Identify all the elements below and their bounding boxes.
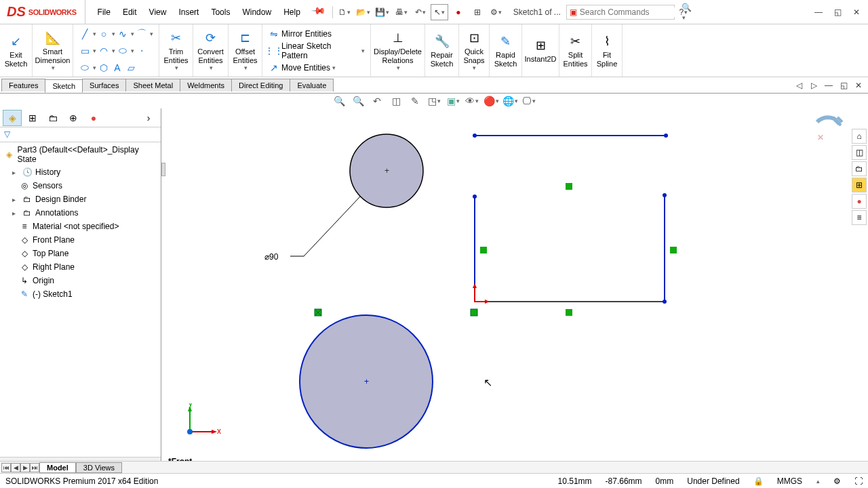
relation-horizontal[interactable] bbox=[566, 309, 572, 316]
restore-button[interactable]: ◱ bbox=[829, 4, 846, 20]
help-button[interactable]: ?▾ bbox=[675, 4, 692, 20]
relation-coincident[interactable] bbox=[471, 309, 477, 316]
tree-sensors[interactable]: ◎Sensors bbox=[1, 179, 159, 192]
tree-top-plane[interactable]: ◇Top Plane bbox=[1, 247, 159, 260]
menu-edit[interactable]: Edit bbox=[117, 5, 142, 20]
zoom-fit-button[interactable]: 🔍 bbox=[330, 94, 348, 108]
menu-view[interactable]: View bbox=[144, 5, 172, 20]
mirror-entities-button[interactable]: ⇋Mirror Entities bbox=[265, 26, 368, 42]
smart-dimension-button[interactable]: 📐 Smart Dimension ▾ bbox=[33, 24, 73, 77]
tree-sketch1[interactable]: ✎(-) Sketch1 bbox=[1, 287, 159, 301]
slot-icon[interactable]: ⬭ bbox=[79, 62, 91, 74]
new-button[interactable]: 🗋▾ bbox=[336, 4, 353, 20]
linear-pattern-button[interactable]: ⋮⋮Linear Sketch Pattern▾ bbox=[265, 43, 368, 59]
search-commands[interactable]: ▣ 🔍▾ bbox=[566, 5, 675, 20]
panel-expand-button[interactable]: › bbox=[139, 110, 158, 126]
offset-entities-button[interactable]: ⊏ Offset Entities ▾ bbox=[229, 24, 262, 77]
menu-help[interactable]: Help bbox=[278, 5, 306, 20]
dimxpert-tab[interactable]: ⊕ bbox=[64, 110, 83, 126]
tree-history[interactable]: ▸🕓History bbox=[1, 165, 159, 179]
tree-right-plane[interactable]: ◇Right Plane bbox=[1, 260, 159, 274]
status-gear-icon[interactable]: ⚙ bbox=[833, 476, 841, 486]
tree-annotations[interactable]: ▸🗀Annotations bbox=[1, 206, 159, 220]
quick-snaps-button[interactable]: ⊡ Quick Snaps ▾ bbox=[459, 24, 490, 77]
menu-tools[interactable]: Tools bbox=[205, 5, 235, 20]
custom-props-icon[interactable]: ≡ bbox=[852, 210, 867, 225]
tab-direct-editing[interactable]: Direct Editing bbox=[231, 79, 290, 92]
display-manager-tab[interactable]: ● bbox=[84, 110, 103, 126]
feature-tree-tab[interactable]: ◈ bbox=[3, 110, 22, 126]
sketch-canvas[interactable]: + ⌀90 + bbox=[161, 108, 867, 461]
tab-weldments[interactable]: Weldments bbox=[180, 79, 232, 92]
panel-splitter[interactable] bbox=[161, 163, 165, 176]
tree-design-binder[interactable]: ▸🗀Design Binder bbox=[1, 192, 159, 206]
configuration-tab[interactable]: 🗀 bbox=[43, 110, 62, 126]
design-library-icon[interactable]: ◫ bbox=[852, 145, 867, 160]
endpoint[interactable] bbox=[473, 134, 477, 138]
first-button[interactable]: ⏮ bbox=[1, 463, 11, 472]
options-button[interactable]: ⊞ bbox=[469, 4, 486, 20]
zoom-area-button[interactable]: 🔍 bbox=[349, 94, 367, 108]
line-icon[interactable]: ╱ bbox=[79, 28, 91, 40]
pin-icon[interactable]: 📌 bbox=[308, 3, 327, 22]
graphics-area[interactable]: ✕ ⌂ ◫ 🗀 ⊞ ● ≡ + ⌀90 + bbox=[161, 108, 868, 468]
doc-prev-button[interactable]: ◁ bbox=[792, 77, 806, 94]
minimize-button[interactable]: — bbox=[810, 4, 827, 20]
section-view-button[interactable]: ◫ bbox=[387, 94, 405, 108]
tab-sketch[interactable]: Sketch bbox=[45, 79, 83, 93]
endpoint[interactable] bbox=[664, 134, 668, 138]
menu-window[interactable]: Window bbox=[237, 5, 277, 20]
rect-icon[interactable]: ▭ bbox=[79, 45, 91, 57]
move-entities-button[interactable]: ↗Move Entities▾ bbox=[265, 60, 368, 76]
split-entities-button[interactable]: ✂ Split Entities bbox=[559, 24, 592, 77]
repair-sketch-button[interactable]: 🔧 Repair Sketch bbox=[425, 24, 459, 77]
units-dropdown-icon[interactable]: ▴ bbox=[816, 478, 820, 485]
select-button[interactable]: ↖▾ bbox=[431, 4, 448, 20]
tree-front-plane[interactable]: ◇Front Plane bbox=[1, 233, 159, 247]
tree-origin[interactable]: ↳Origin bbox=[1, 274, 159, 287]
prev-button[interactable]: ◀ bbox=[11, 463, 20, 472]
relation-vertical[interactable] bbox=[480, 247, 487, 253]
convert-entities-button[interactable]: ⟳ Convert Entities ▾ bbox=[193, 24, 229, 77]
tab-model[interactable]: Model bbox=[39, 462, 76, 473]
filter-icon[interactable]: ▽ bbox=[4, 129, 10, 139]
status-lock-icon[interactable]: 🔒 bbox=[753, 476, 764, 486]
plane-icon[interactable]: ▱ bbox=[125, 62, 137, 74]
tab-features[interactable]: Features bbox=[1, 79, 45, 92]
last-button[interactable]: ⏭ bbox=[30, 463, 39, 472]
print-button[interactable]: 🖶▾ bbox=[393, 4, 410, 20]
display-style-button[interactable]: ▣▾ bbox=[444, 94, 462, 108]
undo-button[interactable]: ↶▾ bbox=[412, 4, 429, 20]
doc-restore-button[interactable]: ◱ bbox=[837, 77, 850, 94]
dimension-value[interactable]: ⌀90 bbox=[264, 252, 279, 262]
open-button[interactable]: 📂▾ bbox=[355, 4, 372, 20]
trim-entities-button[interactable]: ✂ Trim Entities ▾ bbox=[159, 24, 193, 77]
rebuild-button[interactable]: ● bbox=[450, 4, 467, 20]
display-relations-button[interactable]: ⊥ Display/Delete Relations ▾ bbox=[371, 24, 425, 77]
endpoint[interactable] bbox=[663, 193, 667, 197]
instant2d-button[interactable]: ⊞ Instant2D bbox=[522, 24, 559, 77]
tab-3d-views[interactable]: 3D Views bbox=[76, 462, 122, 473]
settings-button[interactable]: ⚙▾ bbox=[488, 4, 505, 20]
edit-appearance-button[interactable]: 🔴▾ bbox=[482, 94, 500, 108]
point-icon[interactable]: ⋅ bbox=[136, 45, 148, 57]
home-icon[interactable]: ⌂ bbox=[852, 129, 867, 144]
text-icon[interactable]: A bbox=[111, 62, 123, 74]
circle-icon[interactable]: ○ bbox=[98, 28, 110, 40]
relation-vertical[interactable] bbox=[670, 247, 677, 253]
sketch-cancel-icon[interactable]: ✕ bbox=[817, 133, 824, 142]
doc-next-button[interactable]: ▷ bbox=[807, 77, 821, 94]
relation-horizontal[interactable] bbox=[566, 183, 572, 190]
doc-minimize-button[interactable]: — bbox=[822, 77, 835, 94]
hide-show-button[interactable]: 👁▾ bbox=[463, 94, 481, 108]
fit-spline-button[interactable]: ⌇ Fit Spline bbox=[592, 24, 623, 77]
exit-sketch-button[interactable]: ↙ Exit Sketch bbox=[0, 24, 33, 77]
search-input[interactable] bbox=[580, 7, 682, 17]
tab-evaluate[interactable]: Evaluate bbox=[290, 79, 334, 92]
fillet-icon[interactable]: ⌒ bbox=[136, 28, 148, 40]
menu-insert[interactable]: Insert bbox=[173, 5, 204, 20]
spline-icon[interactable]: ∿ bbox=[117, 28, 129, 40]
endpoint[interactable] bbox=[473, 195, 477, 199]
apply-scene-button[interactable]: 🌐▾ bbox=[501, 94, 519, 108]
view-settings-button[interactable]: 🖵▾ bbox=[520, 94, 538, 108]
